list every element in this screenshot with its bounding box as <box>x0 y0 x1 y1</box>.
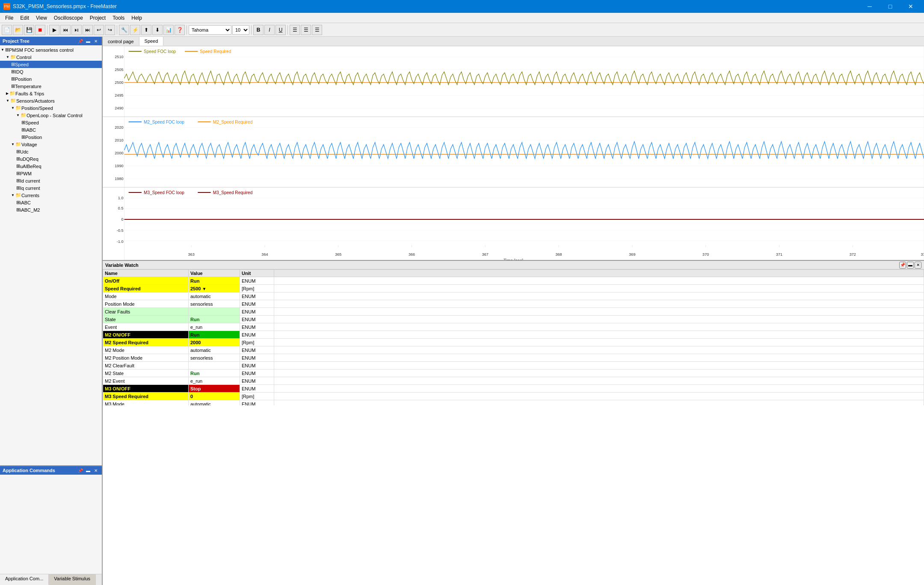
tree-position[interactable]: ⊞ Position <box>0 75 102 83</box>
openloop-arrow[interactable]: ▼ <box>16 113 20 117</box>
voltage-arrow[interactable]: ▼ <box>11 142 15 146</box>
tree-pwm[interactable]: ⊞ PWM <box>0 170 102 177</box>
table-row[interactable]: On/Off Run ENUM <box>103 277 924 285</box>
tree-currents[interactable]: ▼ 📁 Currents <box>0 192 102 199</box>
underline-button[interactable]: U <box>275 25 286 35</box>
tree-ualbe[interactable]: ⊞ uAlBeReq <box>0 162 102 170</box>
sensors-arrow[interactable]: ▼ <box>6 99 9 103</box>
align-right-button[interactable]: ☰ <box>312 25 322 35</box>
tab-speed[interactable]: Speed <box>139 37 164 46</box>
cell-value[interactable]: e_run <box>189 323 240 331</box>
close-button[interactable]: ✕ <box>901 0 921 13</box>
table-row[interactable]: Clear Faults ENUM <box>103 308 924 316</box>
table-row[interactable]: Position Mode sensorless ENUM <box>103 300 924 308</box>
posspeed-arrow[interactable]: ▼ <box>11 106 15 110</box>
tree-container[interactable]: ▼ ⊞ PMSM FOC sensorless control ▼ 📁 Cont… <box>0 45 102 465</box>
var-watch-minimize[interactable]: ▬ <box>907 262 914 269</box>
stop-button[interactable]: ⏹ <box>35 25 45 35</box>
tree-faults[interactable]: ▶ 📁 Faults & Trips <box>0 90 102 97</box>
tree-iabc2[interactable]: ⊞ iABC <box>0 199 102 206</box>
tree-sensors[interactable]: ▼ 📁 Sensors/Actuators <box>0 97 102 104</box>
var-watch-scroll[interactable]: Name Value Unit On/Off Run ENUM <box>103 269 924 405</box>
var-watch-close[interactable]: ✕ <box>915 262 921 269</box>
font-size-select[interactable]: 10 <box>232 25 249 35</box>
table-row[interactable]: M2 Speed Required 2000 [Rpm] <box>103 339 924 346</box>
cell-value[interactable]: Run <box>189 316 240 323</box>
tree-root[interactable]: ▼ ⊞ PMSM FOC sensorless control <box>0 46 102 53</box>
table-row[interactable]: State Run ENUM <box>103 316 924 323</box>
tree-udc[interactable]: ⊞ Udc <box>0 148 102 155</box>
app-close-button[interactable]: ✕ <box>92 467 99 474</box>
control-arrow[interactable]: ▼ <box>6 55 9 59</box>
table-row[interactable]: Speed Required 2500 ▼ [Rpm] <box>103 285 924 292</box>
tree-posspeed[interactable]: ▼ 📁 Position/Speed <box>0 104 102 112</box>
cell-value[interactable]: Run <box>189 369 240 377</box>
table-row[interactable]: M2 ON/OFF Run ENUM <box>103 331 924 339</box>
cell-value[interactable]: 0 <box>189 393 240 400</box>
tree-position2[interactable]: ⊞ Position <box>0 133 102 141</box>
save-button[interactable]: 💾 <box>24 25 34 35</box>
faults-arrow[interactable]: ▶ <box>6 92 9 95</box>
tree-iqcurrent[interactable]: ⊞ Iq current <box>0 184 102 192</box>
menu-oscilloscope[interactable]: Oscilloscope <box>50 14 86 22</box>
table-row[interactable]: M2 Mode automatic ENUM <box>103 346 924 354</box>
btn5[interactable]: ↩ <box>94 25 104 35</box>
cell-value[interactable]: sensorless <box>189 354 240 362</box>
tree-speed2[interactable]: ⊞ Speed <box>0 119 102 126</box>
cell-value[interactable]: Stop <box>189 385 240 393</box>
tab-variable-stimulus[interactable]: Variable Stimulus <box>49 574 96 585</box>
cell-value[interactable] <box>189 308 240 316</box>
font-select[interactable]: Tahoma <box>189 25 231 35</box>
maximize-button[interactable]: □ <box>880 0 900 13</box>
cell-value[interactable]: automatic <box>189 346 240 354</box>
btn2[interactable]: ⏮ <box>60 25 71 35</box>
align-left-button[interactable]: ☰ <box>290 25 300 35</box>
cell-value[interactable] <box>189 362 240 369</box>
tree-speed[interactable]: ⊞ Speed <box>0 61 102 68</box>
tree-temperature[interactable]: ⊞ Temperature <box>0 83 102 90</box>
cell-value[interactable]: sensorless <box>189 300 240 308</box>
table-row[interactable]: M2 State Run ENUM <box>103 369 924 377</box>
tree-idq[interactable]: ⊞ IDQ <box>0 68 102 75</box>
table-row[interactable]: M3 Speed Required 0 [Rpm] <box>103 393 924 400</box>
menu-edit[interactable]: Edit <box>17 14 33 22</box>
cell-value[interactable]: Run <box>189 331 240 339</box>
tab-app-commands[interactable]: Application Com... <box>0 574 49 585</box>
btn12[interactable]: ❓ <box>175 25 185 35</box>
menu-help[interactable]: Help <box>128 14 145 22</box>
menu-file[interactable]: File <box>2 14 17 22</box>
btn8[interactable]: ⚡ <box>130 25 140 35</box>
menu-view[interactable]: View <box>33 14 50 22</box>
table-row[interactable]: M3 Mode automatic ENUM <box>103 400 924 406</box>
cell-value[interactable]: e_run <box>189 377 240 385</box>
minimize-panel-button[interactable]: ▬ <box>85 38 92 44</box>
close-panel-button[interactable]: ✕ <box>92 38 99 44</box>
btn1[interactable]: ▶ <box>49 25 59 35</box>
menu-tools[interactable]: Tools <box>109 14 128 22</box>
var-watch-pin[interactable]: 📌 <box>899 262 906 269</box>
btn6[interactable]: ↪ <box>105 25 115 35</box>
pin-button[interactable]: 📌 <box>77 38 84 44</box>
bold-button[interactable]: B <box>253 25 264 35</box>
btn7[interactable]: 🔧 <box>119 25 129 35</box>
btn10[interactable]: ⬇ <box>152 25 163 35</box>
menu-project[interactable]: Project <box>86 14 109 22</box>
cell-value[interactable]: automatic <box>189 400 240 406</box>
table-row[interactable]: M2 ClearFault ENUM <box>103 362 924 369</box>
app-minimize-button[interactable]: ▬ <box>85 467 92 474</box>
btn9[interactable]: ⬆ <box>141 25 151 35</box>
table-row[interactable]: M2 Event e_run ENUM <box>103 377 924 385</box>
table-row[interactable]: M2 Position Mode sensorless ENUM <box>103 354 924 362</box>
table-row[interactable]: Mode automatic ENUM <box>103 292 924 300</box>
btn11[interactable]: 📊 <box>163 25 174 35</box>
btn3[interactable]: ⏯ <box>71 25 82 35</box>
tree-control[interactable]: ▼ 📁 Control <box>0 53 102 61</box>
btn4[interactable]: ⏭ <box>83 25 93 35</box>
table-row[interactable]: Event e_run ENUM <box>103 323 924 331</box>
tab-control-page[interactable]: control page <box>103 37 139 46</box>
align-center-button[interactable]: ☰ <box>301 25 311 35</box>
italic-button[interactable]: I <box>264 25 275 35</box>
app-pin-button[interactable]: 📌 <box>77 467 84 474</box>
minimize-button[interactable]: ─ <box>860 0 880 13</box>
cell-value[interactable]: automatic <box>189 292 240 300</box>
